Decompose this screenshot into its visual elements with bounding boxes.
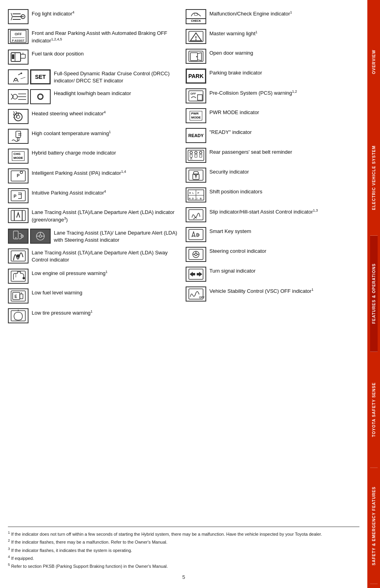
seatbelt-icon	[186, 148, 206, 163]
list-item: Slip indicator/Hill-start Assist Control…	[186, 206, 359, 223]
steering-control-label: Steering control indicator	[209, 247, 266, 255]
list-item: Open door warning	[186, 48, 359, 65]
svg-point-17	[21, 73, 22, 74]
ready-label: "READY" indicator	[209, 128, 252, 136]
tire-pressure-label: Low tire pressure warning1	[32, 308, 93, 317]
list-item: Lane Tracing Assist (LTA)/Lane Departure…	[8, 247, 182, 265]
svg-text:P ASSIST: P ASSIST	[12, 39, 25, 42]
smart-key-icon	[186, 227, 206, 242]
sidebar-electric: ELECTRIC VEHICLE SYSTEM	[370, 120, 378, 236]
list-item: Fog light indicator4	[8, 8, 182, 25]
sidebar-overview: OVERVIEW	[370, 4, 378, 120]
svg-rect-94	[189, 229, 203, 240]
list-item: R L P N D I B Shift position indicators	[186, 186, 359, 204]
list-item: OFF Vehicle Stability Control (VSC) OFF …	[186, 285, 359, 303]
columns-container: Fog light indicator4 OFF P ASSIST Front …	[8, 8, 359, 520]
vsc-off-icon: OFF	[186, 286, 206, 302]
list-item: Low engine oil pressure warning1	[8, 267, 182, 285]
svg-rect-30	[16, 131, 21, 137]
drcc-radar-icon	[8, 69, 28, 84]
svg-rect-97	[189, 249, 203, 260]
list-item: PARK Parking brake indicator	[186, 67, 359, 85]
hybrid-charge-label: Hybrid battery charge mode indicator	[32, 149, 116, 157]
smart-key-label: Smart Key system	[209, 227, 251, 235]
svg-text:P: P	[13, 194, 16, 199]
svg-text:P: P	[198, 192, 199, 194]
lta-lda-label: Lane Tracing Assist (LTA)/Lane Departure…	[32, 208, 182, 224]
parking-brake-icon: PARK	[186, 69, 206, 84]
pcs-icon: OFF	[186, 88, 206, 103]
parking-assist-off-icon: OFF P ASSIST	[8, 29, 28, 44]
low-fuel-icon: E	[8, 288, 28, 304]
lta-phone-icon	[8, 229, 28, 244]
headlight-icons	[8, 89, 51, 104]
pcs-label: Pre-Collision System (PCS) warning1,2	[209, 88, 297, 97]
svg-text:OFF: OFF	[15, 32, 22, 36]
svg-rect-79	[194, 172, 198, 175]
lta-steer-icons	[8, 229, 51, 244]
svg-point-69	[196, 56, 198, 57]
ready-icon: READY	[186, 128, 206, 143]
master-warning-icon	[186, 29, 206, 44]
security-label: Security indicator	[209, 168, 249, 176]
slip-indicator-icon	[186, 207, 206, 222]
sidebar-safety-emergency: SAFETY & EMERGENCY FEATURES	[370, 468, 378, 584]
svg-line-75	[191, 157, 192, 160]
footnote-2: 2 If the indicator flashes, there may be…	[8, 538, 359, 545]
svg-point-99	[195, 253, 197, 256]
svg-text:D: D	[192, 197, 194, 200]
list-item: High coolant temperature warning1	[8, 128, 182, 145]
list-item: P Intuitive Parking Assist indicator4	[8, 187, 182, 204]
list-item: CHGMODE Hybrid battery charge mode indic…	[8, 147, 182, 165]
svg-point-28	[17, 115, 20, 118]
high-beam-icon	[30, 89, 51, 104]
svg-line-4	[11, 13, 12, 17]
main-content: Fog light indicator4 OFF P ASSIST Front …	[0, 0, 367, 588]
list-item: Steering control indicator	[186, 246, 359, 263]
list-item: E Low fuel level warning	[8, 287, 182, 305]
open-door-label: Open door warning	[209, 49, 253, 57]
vsc-off-label: Vehicle Stability Control (VSC) OFF indi…	[209, 286, 314, 295]
heated-wheel-label: Heated steering wheel indicator4	[32, 109, 106, 118]
master-warning-label: Master warning light1	[209, 29, 257, 38]
lta-steer-icon	[30, 229, 51, 244]
drcc-set-icon: SET	[30, 69, 51, 84]
shift-position-label: Shift position indicators	[209, 187, 262, 195]
list-item: Turn signal indicator	[186, 265, 359, 283]
svg-line-74	[190, 157, 191, 160]
right-column: CHECK Malfunction/Check Engine indicator…	[186, 8, 359, 520]
svg-point-44	[15, 237, 17, 238]
footnote-3: 3 If the indicator flashes, it indicates…	[8, 546, 359, 554]
list-item: CHECK Malfunction/Check Engine indicator…	[186, 8, 359, 25]
svg-rect-93	[189, 210, 203, 220]
turn-signal-label: Turn signal indicator	[209, 267, 256, 275]
svg-text:P: P	[17, 173, 19, 178]
svg-point-52	[17, 254, 20, 258]
fuel-door-label: Fuel tank door position	[32, 50, 84, 57]
coolant-label: High coolant temperature warning1	[32, 129, 111, 137]
lta-steer-label: Lane Tracing Assist (LTA)/ Lane Departur…	[54, 229, 182, 244]
slip-indicator-label: Slip indicator/Hill-start Assist Control…	[209, 207, 318, 216]
low-fuel-label: Low fuel level warning	[32, 288, 82, 296]
list-item: Master warning light1	[186, 28, 359, 45]
hybrid-charge-icon: CHGMODE	[8, 149, 28, 164]
headlight-label: Headlight low/high beam indicator	[54, 89, 131, 97]
list-item: Security indicator	[186, 166, 359, 184]
fog-light-icon	[8, 9, 28, 24]
list-item: Rear passengers' seat belt reminder	[186, 147, 359, 164]
svg-point-81	[195, 175, 197, 177]
footnotes-section: 1 If the indicator does not turn off wit…	[8, 527, 359, 570]
drcc-label: Full-Speed Dynamic Radar Cruise Control …	[54, 69, 182, 84]
svg-text:R: R	[189, 192, 191, 194]
intuitive-parking-label: Intuitive Parking Assist indicator4	[32, 188, 106, 197]
tire-pressure-icon	[8, 308, 28, 323]
svg-text:I: I	[197, 197, 198, 200]
oil-pressure-icon	[8, 269, 28, 284]
list-item: Headlight low/high beam indicator	[8, 88, 182, 105]
svg-point-73	[190, 151, 192, 154]
shift-position-icon: R L P N D I B	[186, 187, 206, 202]
svg-point-36	[20, 171, 23, 174]
ipa-icon: P	[8, 168, 28, 183]
seatbelt-label: Rear passengers' seat belt reminder	[209, 148, 292, 156]
open-door-icon	[186, 49, 206, 64]
